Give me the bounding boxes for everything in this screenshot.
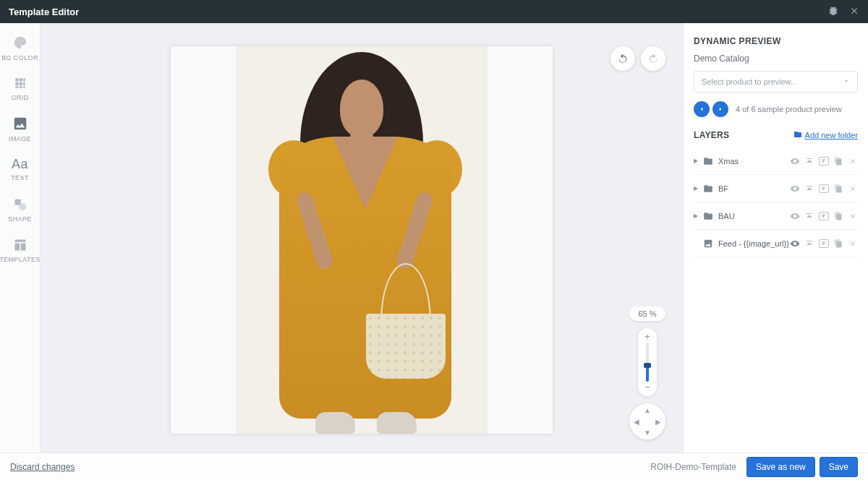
tool-shape[interactable]: SHAPE bbox=[0, 189, 41, 230]
bug-icon[interactable] bbox=[827, 5, 839, 19]
settings-icon[interactable] bbox=[804, 211, 814, 221]
templates-icon bbox=[13, 238, 27, 254]
dynamic-preview-heading: DYNAMIC PREVIEW bbox=[694, 36, 858, 46]
product-select-placeholder: Select product to preview.. bbox=[702, 77, 795, 86]
zoom-level: 65 % bbox=[629, 307, 665, 321]
sample-next-button[interactable] bbox=[712, 101, 728, 117]
caret-icon[interactable]: ▶ bbox=[694, 158, 701, 164]
sample-counter: 4 of 6 sample product preview bbox=[736, 105, 842, 113]
product-select[interactable]: Select product to preview.. bbox=[694, 71, 858, 93]
save-as-new-button[interactable]: Save as new bbox=[746, 457, 815, 477]
folder-plus-icon bbox=[793, 130, 802, 140]
image-icon bbox=[701, 239, 715, 249]
close-icon[interactable] bbox=[849, 6, 859, 18]
condition-badge[interactable]: IF bbox=[819, 239, 829, 248]
save-button[interactable]: Save bbox=[820, 457, 858, 477]
discard-button[interactable]: Discard changes bbox=[10, 462, 75, 472]
layer-folder-bf[interactable]: ▶ BF IF bbox=[694, 175, 858, 202]
add-folder-label: Add new folder bbox=[805, 131, 858, 140]
template-page[interactable] bbox=[171, 46, 553, 434]
pan-control[interactable]: ▲ ▼ ◀ ▶ bbox=[629, 403, 665, 440]
tool-templates[interactable]: TEMPLATES bbox=[0, 230, 41, 270]
folder-icon bbox=[701, 211, 715, 221]
visibility-toggle[interactable] bbox=[790, 184, 800, 194]
delete-icon[interactable] bbox=[848, 156, 858, 166]
layer-name: Xmas bbox=[715, 157, 790, 166]
layer-name: BAU bbox=[715, 212, 790, 220]
pan-left-icon[interactable]: ◀ bbox=[634, 418, 639, 426]
layer-name: BF bbox=[715, 184, 790, 193]
text-icon: Aa bbox=[12, 157, 28, 172]
add-folder-button[interactable]: Add new folder bbox=[793, 130, 858, 140]
visibility-toggle[interactable] bbox=[790, 156, 800, 166]
catalog-name: Demo Catalog bbox=[694, 53, 858, 64]
condition-badge[interactable]: IF bbox=[819, 184, 829, 193]
tool-text-label: TEXT bbox=[11, 174, 29, 181]
tool-templates-label: TEMPLATES bbox=[0, 256, 41, 263]
duplicate-icon[interactable] bbox=[833, 211, 843, 221]
app-title: Template Editor bbox=[9, 7, 79, 17]
condition-badge[interactable]: IF bbox=[819, 212, 829, 220]
zoom-in-button[interactable]: + bbox=[644, 331, 650, 343]
zoom-out-button[interactable]: − bbox=[644, 382, 650, 393]
template-name: ROIH-Demo-Template bbox=[650, 462, 736, 472]
tool-image-label: IMAGE bbox=[9, 135, 31, 142]
settings-icon[interactable] bbox=[804, 184, 814, 194]
svg-rect-0 bbox=[14, 199, 20, 205]
pan-up-icon[interactable]: ▲ bbox=[644, 406, 651, 414]
right-panel: DYNAMIC PREVIEW Demo Catalog Select prod… bbox=[683, 23, 868, 453]
pan-right-icon[interactable]: ▶ bbox=[655, 418, 661, 426]
tool-bgcolor[interactable]: BG COLOR bbox=[0, 27, 41, 68]
duplicate-icon[interactable] bbox=[833, 184, 843, 194]
tool-bgcolor-label: BG COLOR bbox=[1, 54, 38, 61]
undo-button[interactable] bbox=[610, 46, 635, 71]
layer-folder-bau[interactable]: ▶ BAU IF bbox=[694, 202, 858, 230]
duplicate-icon[interactable] bbox=[833, 239, 843, 249]
tool-text[interactable]: Aa TEXT bbox=[0, 149, 41, 189]
shape-icon bbox=[13, 197, 27, 213]
tool-image[interactable]: IMAGE bbox=[0, 108, 41, 149]
topbar: Template Editor bbox=[0, 0, 868, 23]
caret-icon[interactable]: ▶ bbox=[694, 185, 701, 192]
sample-prev-button[interactable] bbox=[694, 101, 710, 117]
palette-icon bbox=[12, 35, 28, 52]
delete-icon[interactable] bbox=[848, 239, 858, 249]
zoom-slider[interactable]: + − bbox=[638, 328, 657, 396]
condition-badge[interactable]: IF bbox=[819, 157, 829, 166]
settings-icon[interactable] bbox=[804, 239, 814, 249]
tool-sidebar: BG COLOR GRID IMAGE Aa TEXT SHAPE bbox=[0, 23, 41, 453]
svg-point-1 bbox=[19, 203, 26, 210]
layer-folder-xmas[interactable]: ▶ Xmas IF bbox=[694, 147, 858, 175]
visibility-toggle[interactable] bbox=[790, 211, 800, 221]
feed-image[interactable] bbox=[236, 46, 488, 434]
tool-grid[interactable]: GRID bbox=[0, 68, 41, 108]
tool-shape-label: SHAPE bbox=[8, 215, 32, 223]
image-icon bbox=[12, 116, 28, 133]
layer-feed-image[interactable]: Feed - {{image_url}} IF bbox=[694, 230, 858, 257]
settings-icon[interactable] bbox=[804, 156, 814, 166]
folder-icon bbox=[701, 184, 715, 194]
canvas-area[interactable]: 65 % + − ▲ ▼ ◀ ▶ bbox=[41, 23, 683, 453]
layer-name: Feed - {{image_url}} bbox=[715, 239, 790, 248]
caret-icon[interactable]: ▶ bbox=[694, 213, 701, 219]
layers-heading: LAYERS bbox=[694, 130, 729, 140]
folder-icon bbox=[701, 156, 715, 166]
duplicate-icon[interactable] bbox=[833, 156, 843, 166]
tool-grid-label: GRID bbox=[11, 94, 28, 101]
delete-icon[interactable] bbox=[848, 184, 858, 194]
grid-icon bbox=[13, 76, 27, 92]
pan-down-icon[interactable]: ▼ bbox=[644, 429, 651, 437]
chevron-down-icon bbox=[843, 77, 850, 86]
footer: Discard changes ROIH-Demo-Template Save … bbox=[0, 453, 868, 480]
visibility-toggle[interactable] bbox=[790, 239, 800, 249]
redo-button[interactable] bbox=[641, 46, 665, 71]
delete-icon[interactable] bbox=[848, 211, 858, 221]
